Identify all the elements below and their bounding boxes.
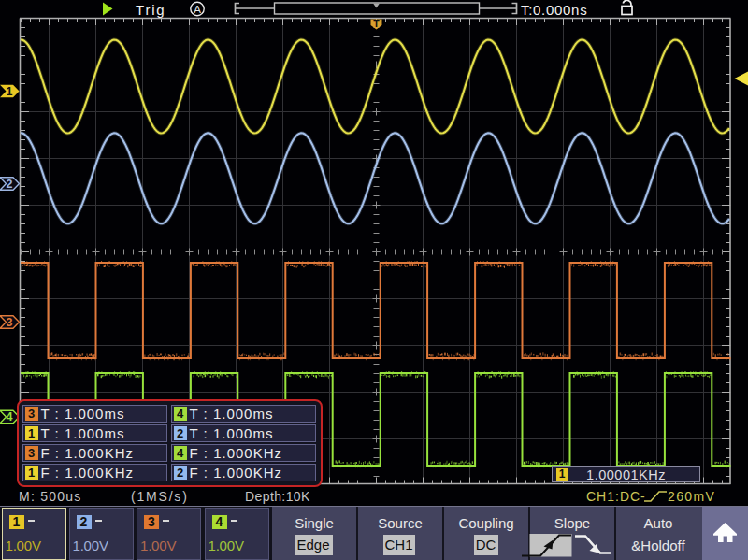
svg-text:4: 4 [7, 410, 13, 424]
svg-text:2: 2 [7, 178, 13, 191]
svg-text:3: 3 [7, 316, 13, 329]
svg-text:A: A [194, 4, 201, 15]
svg-text:1: 1 [7, 85, 13, 98]
svg-text:T: T [373, 18, 380, 29]
